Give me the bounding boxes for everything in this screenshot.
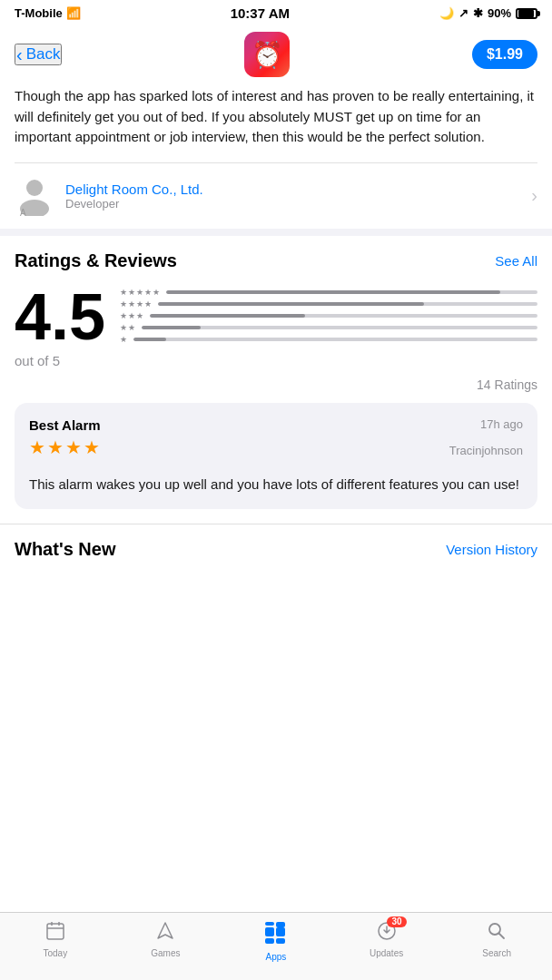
big-rating: 4.5 [15,284,105,349]
hist-bar-bg-4 [158,302,537,306]
carrier-label: T-Mobile [15,6,63,20]
battery-fill [518,10,534,17]
today-icon [44,920,66,946]
review-header: Best Alarm 17h ago [29,417,523,433]
review-title: Best Alarm [29,417,101,433]
developer-chevron-icon: › [531,185,537,206]
review-time: 17h ago [480,417,523,431]
hist-stars-2: ★★ [120,323,136,332]
version-history-button[interactable]: Version History [446,542,537,557]
hist-stars-1: ★ [120,335,128,344]
main-content: T-Mobile 📶 10:37 AM 🌙 ↗ ✱ 90% ‹ Back ⏰ $… [0,0,552,642]
tab-updates[interactable]: 30 Updates [331,920,442,962]
ratings-title: Ratings & Reviews [15,250,177,271]
hist-row-5: ★★★★★ [120,288,537,297]
svg-line-15 [499,934,505,939]
svg-rect-11 [276,938,285,944]
back-chevron-icon: ‹ [16,45,23,64]
hist-bar-fill-1 [133,338,166,341]
tab-search-label: Search [482,948,511,958]
hist-bar-bg-2 [142,326,537,329]
games-icon [154,920,176,946]
tab-games-label: Games [151,948,180,958]
tab-bar: Today Games Apps 30 [0,912,552,980]
review-stars: ★★★★ [29,436,102,458]
svg-point-0 [26,180,43,196]
see-all-button[interactable]: See All [495,253,537,269]
hist-stars-5: ★★★★★ [120,288,161,297]
developer-label: Developer [65,197,520,211]
total-ratings: 14 Ratings [477,377,537,392]
hist-row-3: ★★★ [120,311,537,320]
bluetooth-icon: ✱ [473,6,483,20]
wifi-icon: 📶 [66,6,81,20]
ratings-count: 14 Ratings [15,372,537,403]
svg-text:A: A [20,208,26,216]
developer-avatar: A [15,176,54,216]
location-icon: ↗ [458,6,468,20]
updates-icon: 30 [376,920,398,946]
ratings-body: 4.5 out of 5 ★★★★★ ★★★★ ★★★ [15,284,537,368]
section-divider [0,229,552,236]
svg-rect-9 [265,938,274,944]
battery-icon [516,8,537,19]
tab-search[interactable]: Search [441,920,552,962]
hist-bar-fill-3 [150,314,305,318]
review-text: This alarm wakes you up well and you hav… [29,475,523,495]
hist-stars-4: ★★★★ [120,299,153,309]
battery-percent: 90% [488,6,511,20]
moon-icon: 🌙 [439,6,454,20]
ratings-header: Ratings & Reviews See All [15,250,537,271]
whats-new-header: What's New Version History [15,539,537,560]
out-of: out of 5 [15,353,105,368]
hist-row-2: ★★ [120,323,537,332]
rating-score-block: 4.5 out of 5 [15,284,105,368]
stars-histogram: ★★★★★ ★★★★ ★★★ [120,284,537,344]
hist-row-4: ★★★★ [120,299,537,309]
app-icon: ⏰ [244,32,290,77]
hist-bar-fill-2 [142,326,201,329]
hist-stars-3: ★★★ [120,311,144,320]
tab-today-label: Today [43,948,67,958]
hist-row-1: ★ [120,335,537,344]
back-label: Back [26,45,61,64]
tab-apps-label: Apps [266,952,287,962]
price-button[interactable]: $1.99 [472,40,537,69]
review-card: Best Alarm 17h ago ★★★★ Tracinjohnson Th… [15,403,537,510]
status-time: 10:37 AM [231,5,290,21]
status-bar: T-Mobile 📶 10:37 AM 🌙 ↗ ✱ 90% [0,0,552,24]
developer-name: Delight Room Co., Ltd. [65,181,520,197]
hist-bar-fill-4 [158,302,424,306]
whats-new-title: What's New [15,539,115,560]
tab-games[interactable]: Games [111,920,222,962]
developer-info: Delight Room Co., Ltd. Developer [65,181,520,211]
alarm-icon: ⏰ [251,40,283,70]
hist-bar-fill-5 [166,290,500,294]
whats-new-section: What's New Version History [0,524,552,560]
hist-bar-bg-1 [133,338,537,341]
apps-icon [263,920,289,949]
developer-row[interactable]: A Delight Room Co., Ltd. Developer › [0,163,552,229]
tab-updates-label: Updates [370,948,403,958]
search-icon [486,920,508,946]
review-author: Tracinjohnson [449,444,523,457]
status-left: T-Mobile 📶 [15,6,81,20]
nav-bar: ‹ Back ⏰ $1.99 [0,24,552,86]
updates-badge: 30 [387,916,406,927]
ratings-section: Ratings & Reviews See All 4.5 out of 5 ★… [0,236,552,510]
svg-rect-12 [265,922,274,926]
app-description: Though the app has sparked lots of inter… [0,86,552,162]
tab-today[interactable]: Today [0,920,111,962]
hist-bar-bg-3 [150,314,537,318]
svg-rect-8 [276,927,285,936]
svg-rect-10 [276,922,285,927]
hist-bar-bg-5 [166,290,537,294]
svg-rect-7 [265,927,274,936]
tab-apps[interactable]: Apps [221,920,331,962]
back-button[interactable]: ‹ Back [15,44,62,65]
status-right: 🌙 ↗ ✱ 90% [439,6,537,20]
svg-rect-3 [47,924,64,939]
